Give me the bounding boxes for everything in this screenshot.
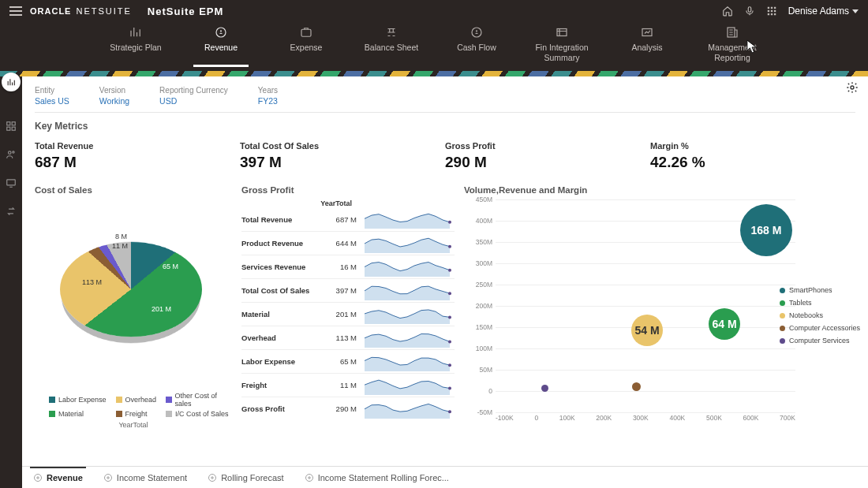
bottom-tab-revenue[interactable]: Revenue bbox=[30, 467, 86, 488]
bottom-tab-label: Income Statement Rolling Forec... bbox=[318, 473, 449, 482]
y-tick: 200M bbox=[476, 302, 492, 310]
bottom-tab-income-statement[interactable]: Income Statement bbox=[100, 467, 190, 488]
filter-value: FY23 bbox=[258, 96, 278, 106]
legend-item[interactable]: Notebooks bbox=[780, 311, 860, 319]
brand-oracle: ORACLE bbox=[30, 6, 71, 16]
bottom-tab-rolling-forecast[interactable]: Rolling Forecast bbox=[204, 467, 286, 488]
svg-point-23 bbox=[851, 86, 854, 89]
nav-tab-label: Fin IntegrationSummary bbox=[535, 43, 588, 62]
legend-swatch bbox=[166, 411, 172, 417]
tab-icon bbox=[103, 473, 113, 482]
legend-item[interactable]: Material bbox=[49, 410, 107, 418]
nav-tab-analysis[interactable]: Analysis bbox=[619, 25, 675, 67]
svg-rect-16 bbox=[7, 122, 10, 125]
chart-title: Cost of Sales bbox=[35, 185, 232, 195]
legend-dot bbox=[780, 288, 785, 293]
filter-version[interactable]: Version Working bbox=[99, 86, 129, 106]
filter-value: USD bbox=[159, 96, 228, 106]
nav-tab-cash-flow[interactable]: Cash Flow bbox=[449, 25, 504, 67]
nav-tab-strategic-plan[interactable]: Strategic Plan bbox=[108, 25, 163, 67]
filter-value: Working bbox=[99, 96, 129, 106]
gp-row[interactable]: Material 201 M bbox=[241, 302, 455, 326]
svg-rect-11 bbox=[301, 29, 311, 36]
chart-gross-profit: Gross Profit YearTotal Total Revenue 687… bbox=[241, 185, 455, 436]
bubble-services[interactable] bbox=[541, 385, 548, 392]
brand-product: NetSuite EPM bbox=[148, 6, 224, 17]
people-icon[interactable] bbox=[6, 149, 17, 160]
grid-icon[interactable] bbox=[6, 121, 17, 132]
mic-icon[interactable] bbox=[744, 6, 755, 17]
nav-tab-balance-sheet[interactable]: Balance Sheet bbox=[364, 25, 419, 67]
hamburger-icon[interactable] bbox=[9, 6, 22, 16]
x-tick: 100K bbox=[559, 414, 575, 422]
legend-item[interactable]: Freight bbox=[116, 410, 157, 418]
svg-point-24 bbox=[448, 221, 451, 224]
kpi-margin: Margin % 42.26 % bbox=[650, 141, 855, 171]
gp-row-name: Overhead bbox=[241, 333, 327, 342]
nav-tab-expense[interactable]: Expense bbox=[279, 25, 334, 67]
filter-years[interactable]: Years FY23 bbox=[258, 86, 278, 106]
gp-row-value: 113 M bbox=[327, 333, 357, 342]
sparkline bbox=[361, 352, 455, 371]
nav-tab-label: Revenue bbox=[204, 43, 238, 53]
legend-label: Material bbox=[58, 410, 84, 418]
bubble-accessories[interactable] bbox=[632, 382, 641, 391]
filter-label: Entity bbox=[35, 86, 69, 95]
legend-dot bbox=[780, 313, 785, 319]
gp-row[interactable]: Gross Profit 290 M bbox=[241, 397, 455, 420]
gp-row[interactable]: Product Revenue 644 M bbox=[241, 231, 455, 255]
legend-item[interactable]: Computer Services bbox=[780, 337, 860, 345]
gear-icon[interactable] bbox=[846, 81, 859, 94]
nav-tab-label: Cash Flow bbox=[457, 43, 496, 53]
sparkline bbox=[361, 258, 455, 277]
bottom-tabs: RevenueIncome StatementRolling ForecastI… bbox=[22, 466, 868, 488]
legend-item[interactable]: Labor Expense bbox=[49, 392, 107, 408]
gp-row[interactable]: Total Revenue 687 M bbox=[241, 207, 455, 231]
svg-rect-17 bbox=[12, 122, 15, 125]
bubble-notebooks[interactable]: 54 M bbox=[631, 315, 663, 346]
bubble-y-axis: 450M400M350M300M250M200M150M100M50M0-50M bbox=[464, 199, 494, 412]
gp-row[interactable]: Overhead 113 M bbox=[241, 326, 455, 349]
kpi-value: 290 M bbox=[445, 154, 650, 171]
gp-row[interactable]: Services Revenue 16 M bbox=[241, 255, 455, 278]
nav-tab-revenue[interactable]: Revenue bbox=[193, 25, 249, 67]
apps-icon[interactable] bbox=[766, 6, 777, 17]
home-icon[interactable] bbox=[722, 6, 733, 17]
svg-rect-5 bbox=[770, 10, 772, 12]
legend-swatch bbox=[166, 397, 172, 403]
x-tick: -100K bbox=[496, 414, 514, 422]
filter-entity[interactable]: Entity Sales US bbox=[35, 86, 69, 106]
legend-item[interactable]: Tablets bbox=[780, 299, 860, 307]
legend-item[interactable]: Overhead bbox=[116, 392, 157, 408]
legend-item[interactable]: I/C Cost of Sales bbox=[166, 410, 232, 418]
rail-active-circle[interactable] bbox=[2, 73, 21, 91]
nav-tab-management-reporting[interactable]: ManagementReporting bbox=[705, 25, 760, 67]
y-tick: 450M bbox=[476, 196, 492, 203]
y-tick: -50M bbox=[477, 408, 492, 416]
bubble-tablets[interactable]: 64 M bbox=[709, 308, 740, 340]
kpi-label: Total Revenue bbox=[35, 141, 240, 151]
legend-item[interactable]: Computer Accessories bbox=[780, 324, 860, 332]
nav-tab-fin-integration-summary[interactable]: Fin IntegrationSummary bbox=[534, 25, 589, 67]
gp-row[interactable]: Labor Expense 65 M bbox=[241, 349, 455, 373]
svg-point-21 bbox=[13, 151, 14, 153]
bottom-tab-label: Rolling Forecast bbox=[221, 473, 283, 482]
filter-label: Reporting Currency bbox=[159, 86, 228, 95]
gp-row[interactable]: Total Cost Of Sales 397 M bbox=[241, 278, 455, 302]
bubble-plot[interactable]: 168 M 64 M 54 M bbox=[496, 199, 795, 412]
gp-row[interactable]: Freight 11 M bbox=[241, 373, 455, 397]
pie-chart[interactable] bbox=[60, 242, 202, 337]
nav-tab-label: Expense bbox=[290, 43, 323, 53]
legend-item[interactable]: Other Cost of sales bbox=[166, 392, 232, 408]
monitor-icon[interactable] bbox=[6, 177, 17, 188]
bottom-tab-income-statement-rolling-forec-[interactable]: Income Statement Rolling Forec... bbox=[301, 467, 452, 488]
bubble-smartphones[interactable]: 168 M bbox=[740, 204, 792, 256]
swap-icon[interactable] bbox=[6, 206, 17, 217]
svg-rect-7 bbox=[767, 13, 769, 15]
legend-label: Tablets bbox=[789, 299, 812, 307]
pie-slice-label: 65 M bbox=[163, 263, 178, 270]
legend-item[interactable]: SmartPhones bbox=[780, 286, 860, 294]
x-tick: 600K bbox=[743, 414, 759, 422]
filter-currency[interactable]: Reporting Currency USD bbox=[159, 86, 228, 106]
user-menu[interactable]: Denise Adams bbox=[788, 6, 859, 17]
